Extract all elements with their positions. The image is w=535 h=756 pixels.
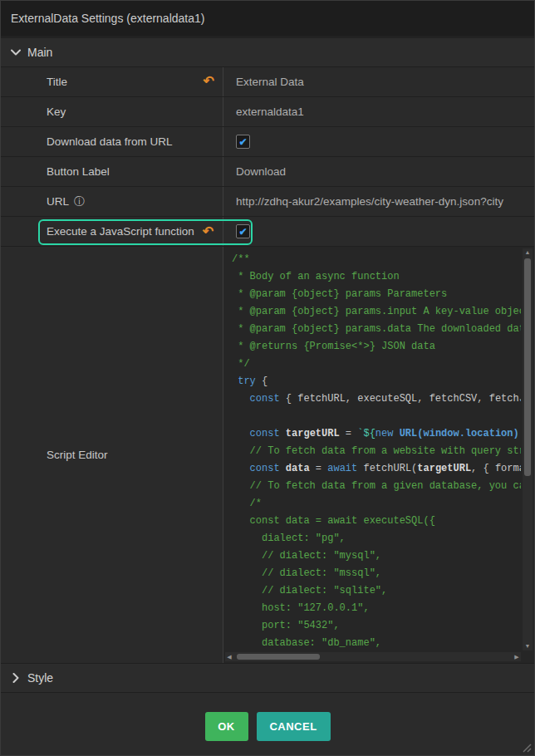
key-label: Key	[47, 106, 66, 118]
download-label-cell: Download data from URL	[1, 127, 223, 156]
key-input[interactable]: externaldata1	[223, 97, 534, 126]
undo-icon[interactable]: ↶	[204, 75, 214, 88]
key-value: externaldata1	[236, 106, 304, 118]
externaldata-settings-dialog: ExternalData Settings (externaldata1) Ma…	[0, 0, 535, 756]
row-title: Title ↶ External Data	[1, 67, 534, 97]
title-label-cell: Title ↶	[1, 67, 223, 96]
download-checkbox[interactable]: ✔	[236, 135, 250, 149]
row-execute-js: Execute a JavaScript function ↶ ✔	[1, 217, 534, 247]
ok-button[interactable]: OK	[205, 712, 248, 741]
horizontal-scrollbar[interactable]: ◀ ▶	[225, 652, 521, 661]
section-header-style[interactable]: Style	[1, 664, 534, 693]
section-label-main: Main	[27, 46, 52, 59]
horizontal-scrollbar-thumb[interactable]	[237, 654, 320, 660]
title-input[interactable]: External Data	[223, 67, 534, 96]
code-lines[interactable]: /** * Body of an async function * @param…	[223, 247, 521, 652]
download-label: Download data from URL	[47, 135, 173, 148]
info-icon[interactable]: ⓘ	[74, 194, 85, 209]
execute-js-label: Execute a JavaScript function	[47, 225, 194, 238]
row-download-data: Download data from URL ✔	[1, 127, 534, 157]
key-label-cell: Key	[1, 97, 223, 126]
undo-icon[interactable]: ↶	[203, 225, 214, 238]
execute-js-label-cell: Execute a JavaScript function ↶	[1, 217, 223, 246]
chevron-down-icon	[9, 46, 22, 59]
vertical-scrollbar-thumb[interactable]	[524, 258, 531, 476]
dialog-footer: OK CANCEL	[1, 693, 534, 756]
button-label-value: Download	[236, 165, 286, 178]
url-value: http://zdhq-akur2/examples/city-weather-…	[236, 195, 503, 208]
scroll-right-icon[interactable]: ▶	[513, 654, 521, 660]
url-input[interactable]: http://zdhq-akur2/examples/city-weather-…	[223, 187, 534, 216]
execute-js-value-cell: ✔	[223, 217, 534, 246]
section-label-style: Style	[27, 671, 53, 685]
row-url: URL ⓘ http://zdhq-akur2/examples/city-we…	[1, 187, 534, 217]
button-label-input[interactable]: Download	[223, 157, 534, 186]
dialog-titlebar: ExternalData Settings (externaldata1)	[1, 1, 534, 36]
scroll-down-icon[interactable]: ▼	[525, 642, 531, 650]
button-label-cell: Button Label	[1, 157, 223, 186]
execute-js-checkbox[interactable]: ✔	[236, 224, 250, 238]
vertical-scrollbar[interactable]: ▲ ▼	[523, 248, 533, 650]
row-button-label: Button Label Download	[1, 157, 534, 187]
script-editor-label-cell: Script Editor	[1, 247, 223, 663]
chevron-right-icon	[9, 671, 22, 685]
script-editor[interactable]: /** * Body of an async function * @param…	[223, 247, 534, 663]
scroll-left-icon[interactable]: ◀	[225, 654, 233, 660]
url-label: URL	[47, 195, 69, 208]
row-key: Key externaldata1	[1, 97, 534, 127]
button-label-label: Button Label	[47, 165, 110, 178]
row-script-editor: Script Editor /** * Body of an async fun…	[1, 247, 534, 664]
scroll-up-icon[interactable]: ▲	[525, 248, 531, 257]
dialog-title: ExternalData Settings (externaldata1)	[11, 12, 204, 25]
url-label-cell: URL ⓘ	[1, 187, 223, 216]
download-value-cell: ✔	[223, 127, 534, 156]
script-editor-label: Script Editor	[47, 449, 108, 461]
title-label: Title	[47, 76, 67, 88]
cancel-button[interactable]: CANCEL	[257, 712, 331, 741]
resize-handle-icon[interactable]	[520, 741, 532, 753]
title-value: External Data	[236, 76, 304, 88]
section-header-main[interactable]: Main	[1, 38, 534, 67]
